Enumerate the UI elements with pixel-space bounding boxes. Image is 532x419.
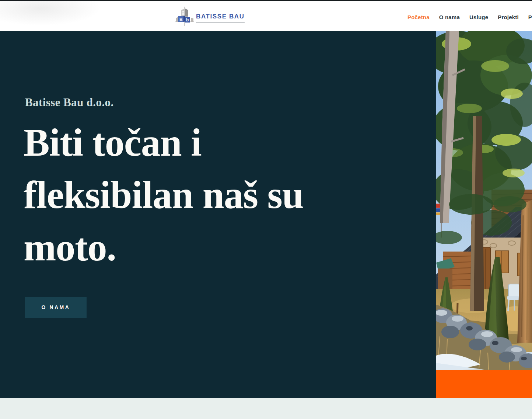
- top-window-strip: [0, 0, 532, 1]
- hero-heading-line-2: fleksibilan naš su: [24, 169, 304, 221]
- footer-band: [0, 398, 532, 419]
- main-nav: Početna O nama Usluge Projekti Po: [407, 2, 532, 32]
- hero-heading: Biti točan i fleksibilan naš su moto.: [24, 117, 304, 274]
- cabin-photo-illustration: [436, 31, 532, 370]
- nav-item-pocetna[interactable]: Početna: [407, 14, 430, 20]
- orange-accent-block: [436, 370, 532, 398]
- o-nama-button[interactable]: O NAMA: [25, 297, 87, 318]
- hero-heading-line-1: Biti točan i: [24, 117, 304, 169]
- svg-text:B: B: [179, 17, 183, 22]
- logo-link[interactable]: B b BATISSE BAU: [175, 6, 256, 27]
- svg-text:b: b: [186, 17, 189, 22]
- hero-heading-line-3: moto.: [24, 221, 304, 274]
- logo-text: BATISSE BAU: [196, 10, 245, 22]
- nav-item-clipped[interactable]: Po: [528, 14, 532, 20]
- hero-eyebrow: Batisse Bau d.o.o.: [25, 96, 114, 109]
- nav-item-projekti[interactable]: Projekti: [498, 14, 519, 20]
- buildings-logo-icon: B b: [175, 6, 194, 26]
- cabin-photo: [436, 31, 532, 370]
- nav-item-usluge[interactable]: Usluge: [469, 14, 488, 20]
- page: B b BATISSE BAU Početna O nama Usluge Pr…: [0, 0, 532, 419]
- site-header: B b BATISSE BAU Početna O nama Usluge Pr…: [0, 1, 532, 31]
- corner-highlight-decoration: [0, 0, 103, 26]
- nav-item-o-nama[interactable]: O nama: [439, 14, 460, 20]
